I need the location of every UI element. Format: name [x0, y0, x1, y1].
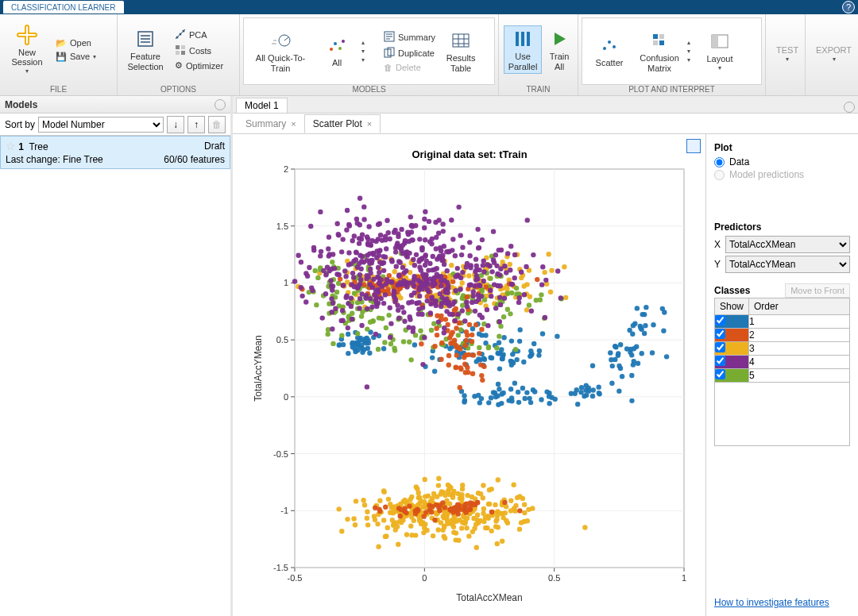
class-show-checkbox[interactable]	[715, 369, 725, 379]
svg-point-1033	[469, 339, 473, 344]
svg-point-772	[354, 331, 359, 336]
class-row[interactable]: 2	[715, 329, 850, 342]
panel-gear-icon[interactable]	[214, 99, 226, 110]
app-tab[interactable]: CLASSIFICATION LEARNER	[3, 1, 124, 13]
new-session-button[interactable]: New Session ▾	[5, 21, 49, 78]
delete-button: 🗑Delete	[381, 62, 439, 73]
svg-point-459	[435, 527, 440, 532]
svg-point-1328	[455, 312, 460, 317]
svg-point-1259	[495, 271, 500, 276]
svg-point-1424	[363, 296, 368, 301]
class-show-checkbox[interactable]	[715, 315, 725, 325]
svg-point-1231	[357, 272, 361, 277]
use-parallel-button[interactable]: Use Parallel	[504, 25, 542, 73]
delete-model-button[interactable]: 🗑	[208, 116, 226, 133]
svg-point-11	[334, 42, 337, 45]
x-predictor-select[interactable]: TotalAccXMean	[725, 236, 850, 253]
class-order: 2	[749, 329, 850, 342]
trash-icon: 🗑	[384, 63, 392, 72]
ribbon-toolbar: New Session ▾ 📂Open 💾Save ▾ FILE Feature…	[0, 14, 858, 96]
svg-point-132	[536, 348, 541, 353]
chevron-down-icon: ▾	[833, 56, 836, 64]
svg-point-723	[508, 508, 512, 513]
model-summary-button[interactable]: Summary	[381, 30, 439, 44]
model-list-item[interactable]: ☆ 1 Tree Draft Last change: Fine Tree 60…	[0, 136, 230, 169]
svg-point-1539	[430, 254, 435, 259]
svg-point-548	[511, 483, 516, 487]
scatter-plot-button[interactable]: Scatter	[587, 32, 632, 70]
svg-point-99	[365, 346, 369, 351]
class-row[interactable]: 5	[715, 369, 850, 383]
sort-asc-button[interactable]: ↓	[167, 116, 184, 133]
svg-point-1333	[512, 252, 516, 257]
optimizer-button[interactable]: ⚙Optimizer	[172, 60, 226, 71]
svg-point-271	[634, 306, 639, 310]
svg-point-262	[663, 354, 668, 359]
help-icon[interactable]: ?	[842, 1, 855, 13]
svg-point-1498	[485, 323, 490, 328]
svg-point-1130	[377, 506, 381, 511]
svg-point-1359	[330, 326, 334, 331]
svg-point-1271	[339, 308, 344, 313]
chevron-down-icon[interactable]: ▾	[687, 48, 698, 55]
class-show-checkbox[interactable]	[715, 356, 725, 366]
costs-button[interactable]: Costs	[172, 44, 226, 58]
sort-by-select[interactable]: Model Number	[38, 117, 164, 133]
class-row[interactable]: 3	[715, 342, 850, 356]
close-icon[interactable]: ×	[291, 119, 296, 129]
export-dropdown[interactable]: EXPORT▾	[810, 43, 857, 66]
results-table-button[interactable]: Results Table	[442, 27, 480, 75]
svg-point-1347	[304, 273, 309, 278]
class-row[interactable]: 4	[715, 356, 850, 369]
svg-point-1020	[434, 333, 439, 337]
class-show-checkbox[interactable]	[715, 329, 725, 339]
class-row[interactable]: 1	[715, 315, 850, 329]
svg-point-1618	[385, 230, 390, 235]
open-button[interactable]: 📂Open	[52, 37, 99, 49]
expand-icon[interactable]: ▾	[687, 56, 698, 64]
help-link[interactable]: How to investigate features	[714, 597, 850, 608]
test-dropdown[interactable]: TEST▾	[771, 43, 804, 66]
svg-point-1322	[387, 237, 392, 241]
svg-point-689	[375, 522, 380, 526]
svg-point-190	[495, 382, 500, 387]
chevron-up-icon[interactable]: ▴	[687, 39, 698, 46]
train-all-button[interactable]: Train All	[545, 25, 574, 73]
svg-point-212	[530, 387, 535, 392]
class-show-checkbox[interactable]	[715, 342, 725, 352]
all-quick-to-train-button[interactable]: All Quick-To- Train	[249, 27, 312, 75]
confusion-matrix-button[interactable]: Confusion Matrix	[635, 27, 684, 75]
layout-button[interactable]: Layout ▾	[701, 28, 738, 75]
ribbon-group-label: FILE	[0, 85, 117, 95]
svg-point-497	[409, 533, 414, 537]
svg-point-1542	[364, 384, 369, 389]
pca-button[interactable]: PCA	[172, 28, 226, 42]
svg-point-209	[512, 380, 516, 385]
star-icon[interactable]: ☆	[6, 140, 16, 152]
y-predictor-select[interactable]: TotalAccYMean	[725, 256, 850, 273]
chevron-up-icon[interactable]: ▴	[361, 39, 373, 46]
svg-point-1573	[436, 218, 441, 222]
chevron-down-icon[interactable]: ▾	[361, 48, 373, 55]
feature-selection-button[interactable]: Feature Selection	[122, 25, 168, 73]
svg-point-1112	[383, 505, 388, 510]
duplicate-button[interactable]: Duplicate	[381, 46, 439, 60]
radio-data[interactable]: Data	[714, 156, 850, 167]
export-plot-icon[interactable]	[686, 139, 701, 153]
doc-gear-icon[interactable]	[844, 102, 855, 113]
close-icon[interactable]: ×	[367, 119, 372, 129]
svg-point-1064	[439, 341, 444, 345]
svg-point-1196	[490, 229, 495, 233]
sort-desc-button[interactable]: ↑	[187, 116, 205, 133]
all-models-button[interactable]: All	[315, 32, 358, 70]
svg-point-1432	[516, 295, 521, 300]
document-tab[interactable]: Model 1	[236, 98, 288, 113]
save-button[interactable]: 💾Save ▾	[52, 51, 99, 63]
svg-point-1627	[344, 208, 349, 213]
expand-icon[interactable]: ▾	[361, 56, 373, 64]
svg-point-705	[361, 502, 366, 507]
tab-scatter-plot[interactable]: Scatter Plot×	[304, 114, 381, 133]
svg-point-1571	[419, 287, 424, 291]
tab-summary[interactable]: Summary×	[238, 115, 304, 133]
svg-point-233	[616, 388, 621, 393]
